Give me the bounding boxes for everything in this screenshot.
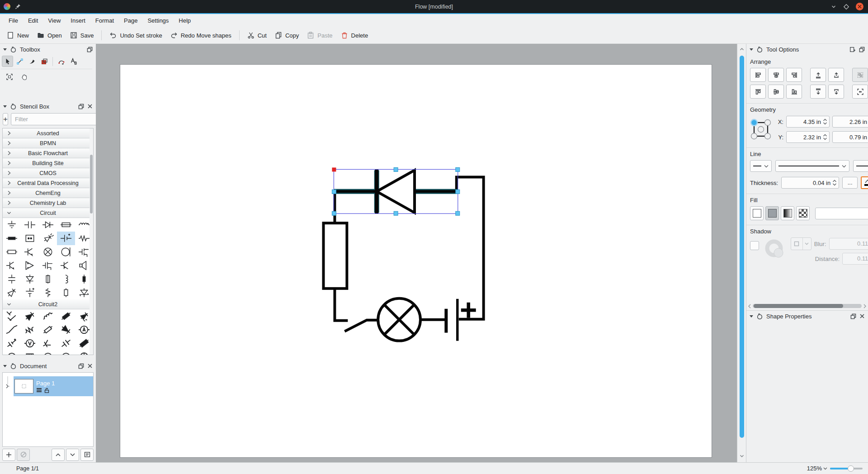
fill-gradient-button[interactable] bbox=[781, 206, 794, 220]
restore-panel-icon[interactable] bbox=[87, 47, 93, 52]
stencil-photodiode[interactable] bbox=[39, 232, 57, 245]
stencil-fuse[interactable] bbox=[57, 218, 75, 232]
align-left-button[interactable] bbox=[750, 68, 766, 82]
page-properties-button[interactable] bbox=[80, 449, 94, 461]
calligraphy-tool[interactable] bbox=[26, 56, 38, 67]
collapse-arrow-icon[interactable] bbox=[750, 48, 753, 51]
align-vcenter-button[interactable] bbox=[768, 85, 784, 99]
collapse-arrow-icon[interactable] bbox=[3, 48, 7, 51]
stencil-category-central-data-processing[interactable]: Central Data Processing bbox=[3, 178, 93, 188]
maximize-button[interactable] bbox=[843, 4, 849, 10]
stencil-capacitor2[interactable] bbox=[57, 337, 75, 350]
fill-pattern-button[interactable] bbox=[796, 206, 810, 220]
spinner-arrows-icon[interactable] bbox=[823, 133, 827, 141]
width-spinner[interactable]: 2.26 in bbox=[832, 116, 868, 128]
shadow-color-button[interactable] bbox=[791, 237, 811, 250]
stencil-triac[interactable] bbox=[3, 286, 21, 299]
pan-tool[interactable] bbox=[19, 71, 30, 82]
line-join-dropdown[interactable] bbox=[853, 160, 868, 172]
scroll-up-icon[interactable] bbox=[739, 47, 745, 52]
x-position-spinner[interactable]: 4.35 in bbox=[786, 116, 830, 128]
stencil-category-assorted[interactable]: Assorted bbox=[3, 128, 93, 138]
undo-button[interactable]: Undo Set stroke bbox=[105, 29, 166, 41]
zoom-tool[interactable] bbox=[4, 71, 15, 82]
collapse-arrow-icon[interactable] bbox=[750, 315, 753, 318]
restore-panel-icon[interactable] bbox=[859, 47, 865, 52]
scroll-left-icon[interactable] bbox=[747, 304, 752, 308]
stencil-lamp-crossed[interactable] bbox=[39, 245, 57, 259]
stencil-inductor-core[interactable] bbox=[57, 350, 75, 355]
menu-help[interactable]: Help bbox=[174, 15, 196, 26]
stencil-two-way-switch[interactable] bbox=[3, 309, 21, 323]
align-bottom-button[interactable] bbox=[786, 85, 802, 99]
align-right-button[interactable] bbox=[786, 68, 802, 82]
height-spinner[interactable]: 0.79 in bbox=[832, 131, 868, 143]
open-button[interactable]: Open bbox=[33, 29, 66, 41]
delete-button[interactable]: Delete bbox=[337, 29, 373, 41]
align-hcenter-button[interactable] bbox=[768, 68, 784, 82]
float-panel-icon[interactable] bbox=[10, 363, 17, 370]
stencil-diode[interactable] bbox=[39, 218, 57, 232]
float-panel-icon[interactable] bbox=[756, 46, 763, 53]
scroll-down-icon[interactable] bbox=[739, 453, 745, 459]
stencil-transistor2[interactable] bbox=[39, 337, 57, 350]
stencil-motor[interactable] bbox=[3, 350, 21, 355]
stroke-color-button[interactable] bbox=[861, 176, 868, 189]
menu-page[interactable]: Page bbox=[119, 15, 142, 26]
scroll-right-icon[interactable] bbox=[863, 304, 867, 308]
stencil-voltmeter[interactable] bbox=[21, 337, 39, 350]
close-panel-icon[interactable] bbox=[859, 313, 865, 319]
restore-panel-icon[interactable] bbox=[850, 313, 856, 319]
shadow-enable-checkbox[interactable] bbox=[750, 241, 759, 250]
stencil-fuse-vertical[interactable] bbox=[39, 272, 57, 286]
redo-button[interactable]: Redo Move shapes bbox=[166, 29, 236, 41]
new-view-icon[interactable] bbox=[849, 46, 856, 52]
restore-panel-icon[interactable] bbox=[78, 104, 84, 109]
close-panel-icon[interactable] bbox=[87, 363, 93, 369]
zoom-slider-knob[interactable] bbox=[848, 465, 854, 472]
stencil-switch-open[interactable] bbox=[3, 323, 21, 337]
add-stencil-button[interactable]: + bbox=[3, 113, 8, 125]
spinner-arrows-icon[interactable] bbox=[832, 179, 837, 187]
stencil-resistor-bar[interactable] bbox=[3, 232, 21, 245]
bring-to-front-button[interactable] bbox=[810, 68, 826, 82]
save-button[interactable]: Save bbox=[66, 29, 98, 41]
add-page-button[interactable] bbox=[2, 449, 15, 461]
copy-button[interactable]: Copy bbox=[271, 29, 303, 41]
menu-format[interactable]: Format bbox=[90, 15, 119, 26]
float-panel-icon[interactable] bbox=[756, 313, 763, 320]
stencil-lamp-round[interactable] bbox=[57, 245, 75, 259]
move-down-button[interactable] bbox=[66, 449, 79, 461]
artistic-text-tool[interactable] bbox=[68, 56, 79, 67]
spinner-arrows-icon[interactable] bbox=[823, 118, 827, 126]
menu-view[interactable]: View bbox=[43, 15, 66, 26]
stencil-opamp[interactable] bbox=[21, 259, 39, 272]
blur-input[interactable]: 0.11 in bbox=[829, 238, 868, 250]
stencil-capacitor-vertical[interactable] bbox=[3, 272, 21, 286]
align-top-button[interactable] bbox=[750, 85, 766, 99]
stencil-category-cmos[interactable]: CMOS bbox=[3, 168, 93, 178]
stencil-resistor-box[interactable] bbox=[3, 245, 21, 259]
connector-tool[interactable] bbox=[14, 56, 25, 67]
fill-solid-button[interactable] bbox=[765, 206, 779, 220]
stencil-diode-filled[interactable] bbox=[21, 309, 39, 323]
stencil-drop-tool[interactable] bbox=[38, 56, 50, 67]
y-position-spinner[interactable]: 2.32 in bbox=[786, 131, 830, 143]
stencil-category-circuit2[interactable]: Circuit2 bbox=[3, 299, 93, 309]
canvas[interactable] bbox=[96, 44, 737, 462]
stencil-diode-vertical[interactable] bbox=[21, 272, 39, 286]
stencil-battery2[interactable] bbox=[3, 337, 21, 350]
zoom-level-select[interactable]: 125% bbox=[807, 465, 827, 472]
raise-button[interactable] bbox=[828, 68, 844, 82]
stencil-coil[interactable] bbox=[39, 309, 57, 323]
stencil-resistor-zigzag2[interactable] bbox=[21, 323, 39, 337]
stencil-category-basic-flowchart[interactable]: Basic Flowchart bbox=[3, 148, 93, 158]
cut-button[interactable]: Cut bbox=[243, 29, 271, 41]
stencil-earth-ground[interactable] bbox=[3, 218, 21, 232]
line-cap-dropdown[interactable] bbox=[750, 160, 772, 172]
new-button[interactable]: New bbox=[3, 29, 33, 41]
send-to-back-button[interactable] bbox=[810, 85, 826, 99]
stencil-filter-input[interactable] bbox=[11, 113, 99, 125]
stencil-resistor-box-vertical[interactable] bbox=[57, 286, 75, 299]
fill-none-button[interactable] bbox=[750, 206, 764, 220]
